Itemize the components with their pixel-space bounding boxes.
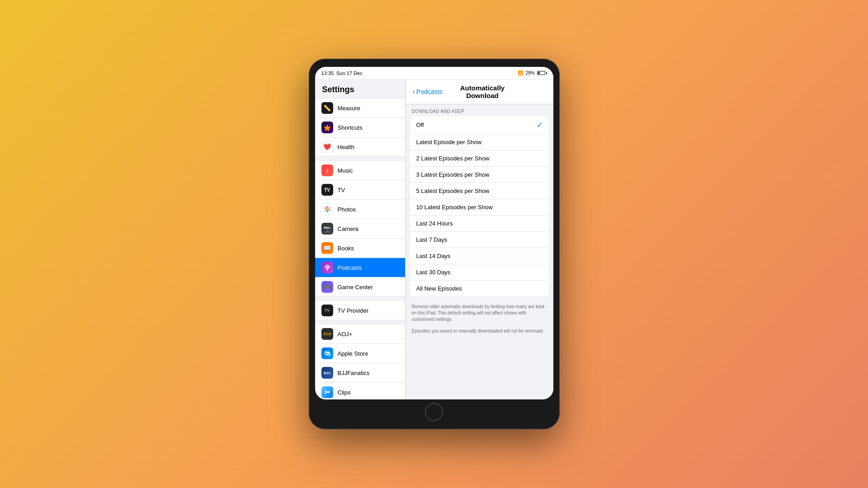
status-bar-left: 13:35 Sun 17 Dec xyxy=(321,70,363,76)
music-icon: ♪ xyxy=(321,164,333,176)
shortcuts-icon xyxy=(321,122,333,133)
sidebar-item-shortcuts[interactable]: Shortcuts xyxy=(315,118,405,137)
sidebar-item-tv[interactable]: TV TV xyxy=(315,180,405,200)
option-latest2[interactable]: 2 Latest Episodes per Show xyxy=(410,150,549,167)
option-label: 2 Latest Episodes per Show xyxy=(416,155,490,162)
option-last24h[interactable]: Last 24 Hours xyxy=(410,216,549,232)
option-latest5[interactable]: 5 Latest Episodes per Show xyxy=(410,183,549,199)
sidebar-item-label: Apple Store xyxy=(338,350,368,357)
sidebar-item-label: TV xyxy=(338,187,345,193)
option-label: Off xyxy=(416,122,424,128)
svg-point-6 xyxy=(324,207,326,209)
footer-text-1: Remove older automatic downloads by limi… xyxy=(406,301,553,325)
sidebar-item-photos[interactable]: Photos xyxy=(315,200,405,219)
camera-icon: 📷 xyxy=(321,223,333,235)
svg-point-0 xyxy=(326,208,328,211)
home-button[interactable] xyxy=(425,403,443,421)
sidebar-item-podcasts[interactable]: Podcasts xyxy=(315,258,405,277)
sidebar-item-label: Camera xyxy=(338,225,359,232)
sidebar-item-gamecenter[interactable]: 🎮 Game Center xyxy=(315,277,405,297)
sidebar-item-label: BJJFanatics xyxy=(338,370,370,376)
svg-point-5 xyxy=(324,210,326,211)
time: 13:35 xyxy=(321,70,334,76)
status-bar-right: 📶 29% xyxy=(518,70,547,75)
applestore-icon: 🛍 xyxy=(321,347,333,359)
sidebar-item-bjjfanatics[interactable]: BJJ BJJFanatics xyxy=(315,363,405,383)
content-area: Settings 📏 Measure Shortcuts xyxy=(315,80,553,399)
svg-point-4 xyxy=(326,211,328,212)
main-panel: ‹ Podcasts Automatically Download DOWNLO… xyxy=(406,80,553,399)
battery-icon xyxy=(537,71,547,75)
gamecenter-icon: 🎮 xyxy=(321,281,333,293)
option-allnew[interactable]: All New Episodes xyxy=(410,281,549,296)
sidebar[interactable]: Settings 📏 Measure Shortcuts xyxy=(315,80,406,399)
section-label: DOWNLOAD AND KEEP xyxy=(406,104,553,116)
option-label: 5 Latest Episodes per Show xyxy=(416,188,490,194)
sidebar-item-label: Health xyxy=(338,144,355,150)
sidebar-item-measure[interactable]: 📏 Measure xyxy=(315,98,405,118)
back-label: Podcasts xyxy=(416,88,443,95)
checkmark-icon: ✓ xyxy=(537,121,542,129)
sidebar-item-clips[interactable]: ✂ Clips xyxy=(315,383,405,399)
tablet-screen: 13:35 Sun 17 Dec 📶 29% Settings xyxy=(315,67,553,399)
bjjfanatics-icon: BJJ xyxy=(321,367,333,379)
status-bar: 13:35 Sun 17 Dec 📶 29% xyxy=(315,67,553,80)
tvprovider-icon: TV xyxy=(321,305,333,316)
sidebar-item-label: Books xyxy=(338,245,354,252)
sidebar-item-camera[interactable]: 📷 Camera xyxy=(315,219,405,239)
sidebar-item-tvprovider[interactable]: TV TV Provider xyxy=(315,300,405,320)
option-last7d[interactable]: Last 7 Days xyxy=(410,232,549,248)
sidebar-group-2: ♪ Music TV TV xyxy=(315,160,405,297)
aoj-icon: AOJ xyxy=(321,328,333,340)
sidebar-item-label: Clips xyxy=(338,389,351,396)
sidebar-item-aoj[interactable]: AOJ AOJ+ xyxy=(315,324,405,344)
option-last14d[interactable]: Last 14 Days xyxy=(410,248,549,264)
sidebar-item-music[interactable]: ♪ Music xyxy=(315,160,405,180)
podcasts-icon xyxy=(321,262,333,273)
option-latest10[interactable]: 10 Latest Episodes per Show xyxy=(410,199,549,216)
sidebar-item-label: TV Provider xyxy=(338,307,369,314)
option-latest1[interactable]: Latest Episode per Show xyxy=(410,134,549,150)
photos-icon xyxy=(321,203,333,215)
sidebar-item-label: Music xyxy=(338,167,353,174)
sidebar-item-health[interactable]: ❤️ Health xyxy=(315,137,405,157)
option-label: Latest Episode per Show xyxy=(416,139,482,145)
wifi-icon: 📶 xyxy=(518,70,523,75)
option-label: 10 Latest Episodes per Show xyxy=(416,204,493,211)
sidebar-item-label: Measure xyxy=(338,105,361,112)
option-last30d[interactable]: Last 30 Days xyxy=(410,264,549,281)
option-label: Last 14 Days xyxy=(416,253,451,259)
option-label: Last 30 Days xyxy=(416,269,451,276)
books-icon: 📖 xyxy=(321,242,333,254)
sidebar-item-label: Game Center xyxy=(338,284,373,291)
footer-text-2: Episodes you saved or manually downloade… xyxy=(406,325,553,337)
battery-body xyxy=(537,71,545,75)
clips-icon: ✂ xyxy=(321,386,333,398)
option-off[interactable]: Off ✓ xyxy=(410,116,549,134)
svg-point-8 xyxy=(327,267,328,268)
page-title: Automatically Download xyxy=(446,84,519,99)
sidebar-group-3: TV TV Provider xyxy=(315,300,405,320)
battery-percent: 29% xyxy=(525,70,534,75)
svg-point-3 xyxy=(328,210,330,211)
option-label: Last 7 Days xyxy=(416,236,448,243)
sidebar-title: Settings xyxy=(315,80,405,98)
sidebar-item-books[interactable]: 📖 Books xyxy=(315,239,405,258)
option-label: Last 24 Hours xyxy=(416,220,453,227)
health-icon: ❤️ xyxy=(321,141,333,153)
sidebar-item-applestore[interactable]: 🛍 Apple Store xyxy=(315,344,405,363)
battery-fill xyxy=(538,72,540,74)
sidebar-group-1: 📏 Measure Shortcuts ❤️ Health xyxy=(315,98,405,157)
date: Sun 17 Dec xyxy=(336,70,362,76)
main-header: ‹ Podcasts Automatically Download xyxy=(406,80,553,104)
svg-point-2 xyxy=(328,207,330,209)
sidebar-group-4: AOJ AOJ+ 🛍 Apple Store BJJ BJJFanatics ✂… xyxy=(315,324,405,399)
svg-point-1 xyxy=(326,206,328,208)
sidebar-item-label: Photos xyxy=(338,206,356,213)
measure-icon: 📏 xyxy=(321,102,333,114)
option-latest3[interactable]: 3 Latest Episodes per Show xyxy=(410,167,549,183)
back-chevron-icon: ‹ xyxy=(413,88,415,95)
tv-icon: TV xyxy=(321,184,333,196)
tablet-device: 13:35 Sun 17 Dec 📶 29% Settings xyxy=(309,59,560,429)
back-button[interactable]: ‹ Podcasts xyxy=(413,88,443,95)
